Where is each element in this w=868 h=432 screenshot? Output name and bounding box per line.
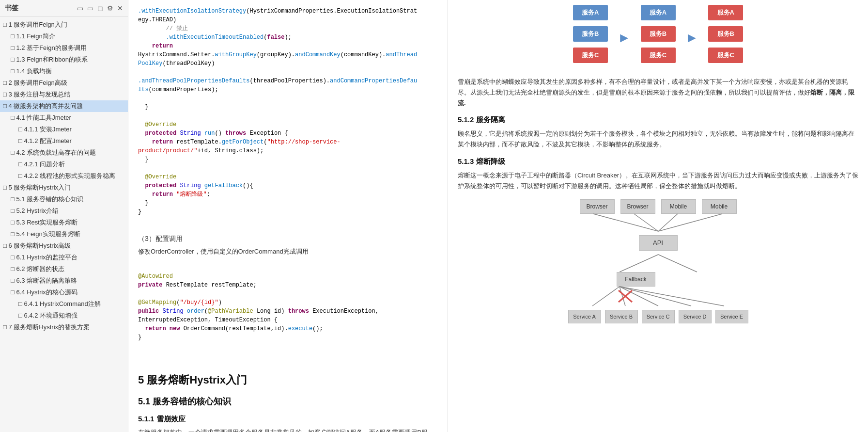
sidebar-item-ch4[interactable]: □ 4 微服务架构的高并发问题 (0, 100, 128, 112)
code-line (138, 112, 438, 120)
sidebar-title: 书签 (5, 4, 18, 13)
section511-title: 5.1.1 雪崩效应 (138, 413, 438, 425)
service-c-1: 服务C (573, 48, 608, 63)
sidebar-item-ch5[interactable]: □ 5 服务熔断Hystrix入门 (0, 182, 128, 193)
sidebar-item-ch4-2-2[interactable]: □ 4.2.2 线程池的形式实现服务稳离 (0, 170, 128, 182)
snow-desc-2: 雪崩是系统中的蝴蝶效应导致其发生的原因多种多样，有不合理的容量设计，或者是高并发… (458, 77, 858, 109)
right-arrow-2: ► (685, 19, 699, 56)
sidebar-header: 书签 ▭ ▭ ◻ ⚙ ✕ (0, 0, 128, 17)
sidebar-item-ch6-1[interactable]: □ 6.1 Hystrix的监控平台 (0, 252, 128, 263)
code-line: .withExecutionIsolationStrategy(HystrixC… (138, 7, 438, 16)
code-line: protected String run() throws Exception … (138, 129, 438, 138)
code-line: egy.THREAD) (138, 16, 438, 24)
mobile-box-1: Mobile (661, 199, 696, 214)
code-line: .withExecutionTimeoutEnabled(false); (138, 33, 438, 42)
svg-line-0 (593, 214, 658, 231)
diagram-col-1: 服务A 服务B 服务C (573, 5, 608, 71)
minimize-icon[interactable]: ▭ (77, 4, 83, 12)
api-box: API (639, 235, 678, 251)
sidebar-item-ch5-3[interactable]: □ 5.3 Rest实现服务熔断 (0, 217, 128, 228)
code-line (138, 68, 438, 77)
sidebar-item-ch7[interactable]: □ 7 服务熔断Hystrix的替换方案 (0, 321, 128, 333)
code-line: // 禁止 (138, 24, 438, 33)
section511-desc: 在微服务架构中，一个请求需要调用多个服务是非常常见的，如客户端访问A服务，而A服… (138, 428, 438, 432)
sidebar-item-ch1-2[interactable]: □ 1.2 基于Feign的服务调用 (0, 42, 128, 54)
svg-line-6 (592, 287, 620, 306)
service-a-3: 服务A (708, 5, 743, 20)
sidebar-item-ch1-4[interactable]: □ 1.4 负载均衡 (0, 65, 128, 77)
code-line: @Override (138, 120, 438, 129)
service-b-2: 服务B (641, 26, 676, 42)
service-c-bottom: Service C (642, 310, 675, 323)
right-panel: 服务A 服务B 服务C ► 服务A 服务B 服务C ► (448, 0, 868, 432)
content-panel: .withExecutionIsolationStrategy(HystrixC… (128, 0, 448, 432)
main-content: .withExecutionIsolationStrategy(HystrixC… (128, 0, 868, 432)
service-a-bottom: Service A (568, 310, 601, 323)
sidebar-item-ch4-2-1[interactable]: □ 4.2.1 问题分析 (0, 159, 128, 170)
arrow-2: ► (685, 5, 699, 71)
sidebar-item-ch6-4[interactable]: □ 6.4 Hystrix的核心源码 (0, 287, 128, 298)
sidebar-item-ch5-4[interactable]: □ 5.4 Feign实现服务熔断 (0, 228, 128, 240)
sidebar-item-ch5-2[interactable]: □ 5.2 Hystrix介绍 (0, 205, 128, 217)
code-line: @Override (138, 173, 438, 181)
maximize-icon[interactable]: ▭ (87, 4, 93, 12)
section51-title: 5.1 服务容错的核心知识 (138, 395, 438, 409)
code-line: return (138, 42, 438, 50)
svg-line-5 (658, 255, 697, 272)
sidebar-item-ch4-2[interactable]: □ 4.2 系统负载过高存在的问题 (0, 147, 128, 159)
sidebar-icon-group: ▭ ▭ ◻ ⚙ ✕ (77, 4, 123, 12)
code-line: @GetMapping("/buy/{id}") (138, 298, 438, 307)
service-e-bottom: Service E (715, 310, 748, 323)
browser-row: Browser Browser Mobile Mobile (580, 199, 737, 214)
sidebar-item-ch1-3[interactable]: □ 1.3 Feign和Ribbon的联系 (0, 54, 128, 65)
section513-desc: 熔断这一概念来源于电子工程中的断路器（Circuit Breaker）。在互联网… (458, 170, 858, 192)
service-row-bottom: Service A Service B Service C Service D … (568, 310, 748, 323)
service-c-2: 服务C (641, 48, 676, 63)
code-block-2: @Autowired private RestTemplate restTemp… (138, 272, 438, 342)
sidebar-item-ch1[interactable]: □ 1 服务调用Feign入门 (0, 19, 128, 31)
sidebar-item-ch4-1-2[interactable]: □ 4.1.2 配置Jmeter (0, 135, 128, 147)
close-icon[interactable]: ✕ (117, 4, 123, 12)
sidebar-item-ch6-3[interactable]: □ 6.3 熔断器的隔离策略 (0, 275, 128, 287)
sidebar-item-ch5-1[interactable]: □ 5.1 服务容错的核心知识 (0, 193, 128, 205)
code-line: protected String getFallback(){ (138, 181, 438, 190)
service-d-bottom: Service D (679, 310, 712, 323)
configure-desc: 修改OrderController，使用自定义的OrderCommand完成调用 (138, 247, 438, 257)
sidebar-item-ch6-4-2[interactable]: □ 6.4.2 环境通知增强 (0, 310, 128, 321)
connector-svg-3 (576, 287, 741, 306)
code-line: @Autowired (138, 272, 438, 281)
code-line: } (138, 199, 438, 208)
code-line: private RestTemplate restTemplate; (138, 281, 438, 289)
sidebar-item-ch6-2[interactable]: □ 6.2 熔断器的状态 (0, 263, 128, 275)
section512-title: 5.1.2 服务隔离 (458, 113, 858, 126)
code-line: .andThreadPoolPropertiesDefaults(threadP… (138, 77, 438, 85)
code-line: public String order(@PathVariable Long i… (138, 307, 438, 316)
code-line: return "熔断降级"; (138, 190, 438, 199)
code-line: InterruptedException, TimeoutException { (138, 316, 438, 324)
settings-icon[interactable]: ⚙ (107, 4, 113, 12)
fallback-row: Fallback (617, 272, 700, 287)
sidebar-item-ch1-1[interactable]: □ 1.1 Feign简介 (0, 31, 128, 42)
sidebar-item-ch4-1-1[interactable]: □ 4.1.1 安装Jmeter (0, 124, 128, 135)
connector-svg-1 (576, 214, 741, 231)
code-line: HystrixCommand.Setter.withGroupKey(group… (138, 50, 438, 59)
sidebar-item-ch4-1[interactable]: □ 4.1 性能工具Jmeter (0, 112, 128, 124)
arrow-1: ► (618, 5, 631, 71)
sidebar-item-ch3[interactable]: □ 3 服务注册与发现总结 (0, 89, 128, 100)
code-line: } (138, 333, 438, 342)
sidebar-item-ch6[interactable]: □ 6 服务熔断Hystrix高级 (0, 240, 128, 252)
spacer (661, 272, 700, 287)
code-line: lts(commandProperties); (138, 85, 438, 94)
code-line (138, 94, 438, 103)
service-b-3: 服务B (708, 26, 743, 42)
code-line: return new OrderCommand(restTemplate,id)… (138, 324, 438, 333)
code-line: return restTemplate.getForObject("http:/… (138, 138, 438, 146)
svg-line-10 (620, 287, 724, 306)
sidebar-item-ch6-4-1[interactable]: □ 6.4.1 HystrixCommand注解 (0, 298, 128, 310)
code-line: product/product/"+id, String.class); (138, 146, 438, 155)
section5-title: 5 服务熔断Hystrix入门 (138, 371, 438, 388)
bookmark-icon[interactable]: ◻ (97, 4, 103, 12)
sidebar-item-ch2[interactable]: □ 2 服务调用Feign高级 (0, 77, 128, 89)
right-arrow-1: ► (618, 19, 631, 56)
fallback-box: Fallback (617, 272, 655, 287)
